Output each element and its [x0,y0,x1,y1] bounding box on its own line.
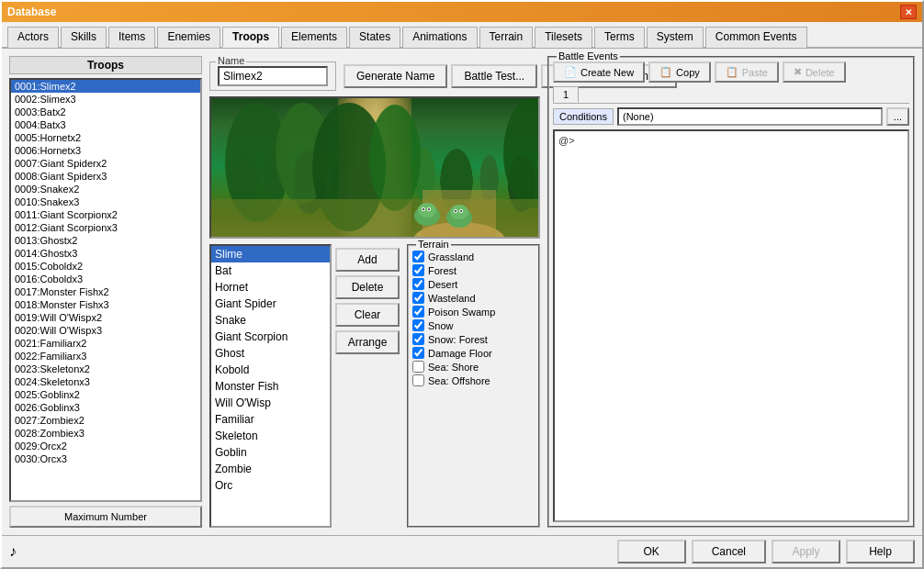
tab-common-events[interactable]: Common Events [705,27,807,48]
monster-item[interactable]: Orc [211,477,330,494]
close-button[interactable]: ✕ [900,5,917,19]
monster-item[interactable]: Snake [211,312,330,329]
terrain-checkbox[interactable] [412,278,424,290]
list-item[interactable]: 0009:Snakex2 [11,183,200,195]
list-item[interactable]: 0018:Monster Fishx3 [11,298,200,311]
terrain-item: Damage Floor [412,346,535,360]
terrain-checkbox[interactable] [412,374,424,386]
list-item[interactable]: 0028:Zombiex3 [11,427,200,440]
list-item[interactable]: 0024:Skeletonx3 [11,375,200,388]
list-item[interactable]: 0011:Giant Scorpionx2 [11,208,200,221]
tab-actors[interactable]: Actors [7,27,59,48]
generate-name-button[interactable]: Generate Name [344,64,447,88]
list-item[interactable]: 0001:Slimex2 [11,80,200,93]
list-item[interactable]: 0004:Batx3 [11,118,200,131]
terrain-checkbox[interactable] [412,264,424,276]
monster-item[interactable]: Kobold [211,362,330,378]
monster-item[interactable]: Zombie [211,461,330,477]
list-item[interactable]: 0007:Giant Spiderx2 [11,157,200,170]
list-item[interactable]: 0022:Familiarx3 [11,350,200,363]
monster-item[interactable]: Will O'Wisp [211,395,330,411]
delete-icon: ✖ [794,66,802,78]
terrain-checkbox[interactable] [412,292,424,304]
list-item[interactable]: 0030:Orcx3 [11,452,200,465]
terrain-checkbox[interactable] [412,333,424,345]
name-input[interactable] [218,66,328,86]
list-item[interactable]: 0029:Orcx2 [11,440,200,452]
terrain-checkbox[interactable] [412,347,424,359]
list-item[interactable]: 0003:Batx2 [11,106,200,118]
tab-system[interactable]: System [647,27,704,48]
list-item[interactable]: 0016:Coboldx3 [11,273,200,285]
terrain-item: Poison Swamp [412,305,535,318]
monster-list[interactable]: SlimeBatHornetGiant SpiderSnakeGiant Sco… [209,244,332,528]
list-item[interactable]: 0023:Skeletonx2 [11,363,200,375]
monster-item[interactable]: Skeleton [211,428,330,444]
apply-button[interactable]: Apply [772,540,840,563]
battle-test-button[interactable]: Battle Test... [451,64,537,88]
list-item[interactable]: 0017:Monster Fishx2 [11,285,200,298]
delete-button[interactable]: Delete [335,275,400,299]
tab-elements[interactable]: Elements [281,27,347,48]
tab-troops[interactable]: Troops [222,27,279,48]
event-tab-1[interactable]: 1 [553,86,579,103]
add-button[interactable]: Add [335,248,400,272]
create-new-button[interactable]: 📄 Create New [553,61,645,83]
troops-list[interactable]: 0001:Slimex20002:Slimex30003:Batx20004:B… [9,78,202,502]
list-item[interactable]: 0026:Goblinx3 [11,401,200,414]
list-item[interactable]: 0012:Giant Scorpionx3 [11,221,200,234]
tab-animations[interactable]: Animations [402,27,477,48]
list-item[interactable]: 0005:Hornetx2 [11,131,200,144]
cancel-button[interactable]: Cancel [692,540,766,563]
event-editor[interactable]: @> [553,129,909,522]
monster-item[interactable]: Goblin [211,444,330,461]
monster-item[interactable]: Giant Scorpion [211,329,330,345]
tab-items[interactable]: Items [108,27,155,48]
list-item[interactable]: 0006:Hornetx3 [11,144,200,157]
content-area: Troops 0001:Slimex20002:Slimex30003:Batx… [2,49,922,535]
list-item[interactable]: 0013:Ghostx2 [11,234,200,247]
paste-button[interactable]: 📋 Paste [715,61,779,83]
tab-states[interactable]: States [349,27,400,48]
svg-point-4 [503,98,538,208]
list-item[interactable]: 0015:Coboldx2 [11,260,200,273]
list-item[interactable]: 0027:Zombiex2 [11,414,200,427]
terrain-checkbox[interactable] [412,306,424,318]
list-item[interactable]: 0019:Will O'Wispx2 [11,311,200,324]
delete-event-button[interactable]: ✖ Delete [783,61,846,83]
list-item[interactable]: 0010:Snakex3 [11,195,200,208]
conditions-select[interactable]: (None) [617,107,883,126]
tab-tilesets[interactable]: Tilesets [535,27,592,48]
list-item[interactable]: 0021:Familiarx2 [11,337,200,350]
monster-item[interactable]: Monster Fish [211,378,330,395]
tab-terms[interactable]: Terms [594,27,645,48]
terrain-checkbox[interactable] [412,251,424,262]
list-item[interactable]: 0008:Giant Spiderx3 [11,170,200,183]
monster-item[interactable]: Hornet [211,279,330,296]
monster-item[interactable]: Bat [211,262,330,279]
ok-button[interactable]: OK [617,540,686,563]
terrain-checkbox[interactable] [412,319,424,331]
terrain-checkbox[interactable] [412,361,424,373]
tab-terrain[interactable]: Terrain [479,27,534,48]
help-button[interactable]: Help [846,540,915,563]
terrain-item-label: Sea: Shore [428,362,479,373]
tab-enemies[interactable]: Enemies [157,27,220,48]
conditions-dots-button[interactable]: ... [886,107,909,126]
terrain-item: Sea: Shore [412,360,535,374]
terrain-item-label: Desert [428,279,457,290]
monster-item[interactable]: Familiar [211,411,330,428]
list-item[interactable]: 0025:Goblinx2 [11,388,200,401]
tab-skills[interactable]: Skills [61,27,107,48]
max-number-button[interactable]: Maximum Number [9,506,202,528]
monster-item[interactable]: Ghost [211,345,330,362]
list-item[interactable]: 0014:Ghostx3 [11,247,200,260]
monster-item[interactable]: Slime [211,246,330,262]
terrain-item-label: Grassland [428,251,474,262]
clear-button[interactable]: Clear [335,303,400,327]
list-item[interactable]: 0002:Slimex3 [11,93,200,106]
monster-item[interactable]: Giant Spider [211,296,330,312]
arrange-button[interactable]: Arrange [335,330,400,354]
copy-button[interactable]: 📋 Copy [648,61,711,83]
list-item[interactable]: 0020:Will O'Wispx3 [11,324,200,337]
